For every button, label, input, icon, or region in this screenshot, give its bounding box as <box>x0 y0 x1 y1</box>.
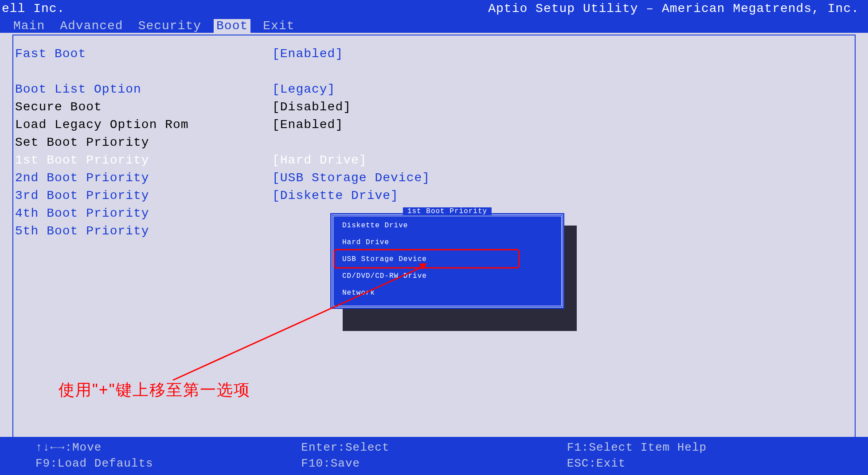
footer-hint-move: ↑↓←→:Move <box>35 440 301 456</box>
popup-inner: 1st Boot Priority Diskette Drive Hard Dr… <box>332 214 563 308</box>
popup-option-hard-drive[interactable]: Hard Drive <box>341 234 553 251</box>
setting-value: [Enabled] <box>272 116 343 134</box>
setting-load-legacy-rom[interactable]: Load Legacy Option Rom [Enabled] <box>15 116 856 134</box>
tab-boot[interactable]: Boot <box>214 19 250 33</box>
setting-label: 1st Boot Priority <box>15 152 272 169</box>
setting-value: [Diskette Drive] <box>272 187 399 205</box>
boot-priority-popup: 1st Boot Priority Diskette Drive Hard Dr… <box>330 213 564 309</box>
setting-set-boot-priority[interactable]: Set Boot Priority <box>15 134 856 152</box>
setting-label: Set Boot Priority <box>15 134 272 152</box>
setting-first-boot-priority[interactable]: 1st Boot Priority [Hard Drive] <box>15 152 856 169</box>
popup-option-network[interactable]: Network <box>341 284 553 301</box>
setting-second-boot-priority[interactable]: 2nd Boot Priority [USB Storage Device] <box>15 169 856 187</box>
tab-advanced[interactable]: Advanced <box>57 19 125 33</box>
tab-main[interactable]: Main <box>11 19 47 33</box>
brand-label: ell Inc. <box>2 2 65 16</box>
popup-title: 1st Boot Priority <box>403 207 492 215</box>
setting-label: 3rd Boot Priority <box>15 187 272 205</box>
footer-bar: ↑↓←→:Move Enter:Select F1:Select Item He… <box>0 437 868 475</box>
bios-screen: ell Inc. Aptio Setup Utility – American … <box>0 0 868 475</box>
setting-value: [Enabled] <box>272 45 343 63</box>
popup-option-cd-dvd[interactable]: CD/DVD/CD-RW Drive <box>341 268 553 284</box>
tab-exit[interactable]: Exit <box>260 19 297 33</box>
footer-hint-defaults: F9:Load Defaults <box>35 456 301 471</box>
setting-label: Secure Boot <box>15 98 272 116</box>
setting-fast-boot[interactable]: Fast Boot [Enabled] <box>15 45 856 63</box>
setting-label: Boot List Option <box>15 81 272 98</box>
setting-third-boot-priority[interactable]: 3rd Boot Priority [Diskette Drive] <box>15 187 856 205</box>
setting-secure-boot[interactable]: Secure Boot [Disabled] <box>15 98 856 116</box>
footer-hint-help: F1:Select Item Help <box>567 440 833 456</box>
setting-value: [Legacy] <box>272 81 335 98</box>
footer-hint-exit: ESC:Exit <box>567 456 833 471</box>
header-bar: ell Inc. Aptio Setup Utility – American … <box>0 0 868 33</box>
setting-label: 2nd Boot Priority <box>15 169 272 187</box>
tab-bar: Main Advanced Security Boot Exit <box>11 19 297 33</box>
setting-value: [USB Storage Device] <box>272 169 430 187</box>
setting-label: Load Legacy Option Rom <box>15 116 272 134</box>
annotation-text: 使用"+"键上移至第一选项 <box>59 379 250 401</box>
popup-option-usb-storage[interactable]: USB Storage Device <box>341 251 553 268</box>
tab-security[interactable]: Security <box>136 19 204 33</box>
setting-label: 4th Boot Priority <box>15 205 272 222</box>
footer-hint-save: F10:Save <box>301 456 567 471</box>
setting-boot-list-option[interactable]: Boot List Option [Legacy] <box>15 81 856 98</box>
setting-value: [Disabled] <box>272 98 351 116</box>
setting-value: [Hard Drive] <box>272 152 367 169</box>
footer-hint-enter: Enter:Select <box>301 440 567 456</box>
popup-option-diskette[interactable]: Diskette Drive <box>341 217 553 234</box>
utility-title: Aptio Setup Utility – American Megatrend… <box>488 2 859 16</box>
setting-label: Fast Boot <box>15 45 272 63</box>
setting-label: 5th Boot Priority <box>15 222 272 240</box>
